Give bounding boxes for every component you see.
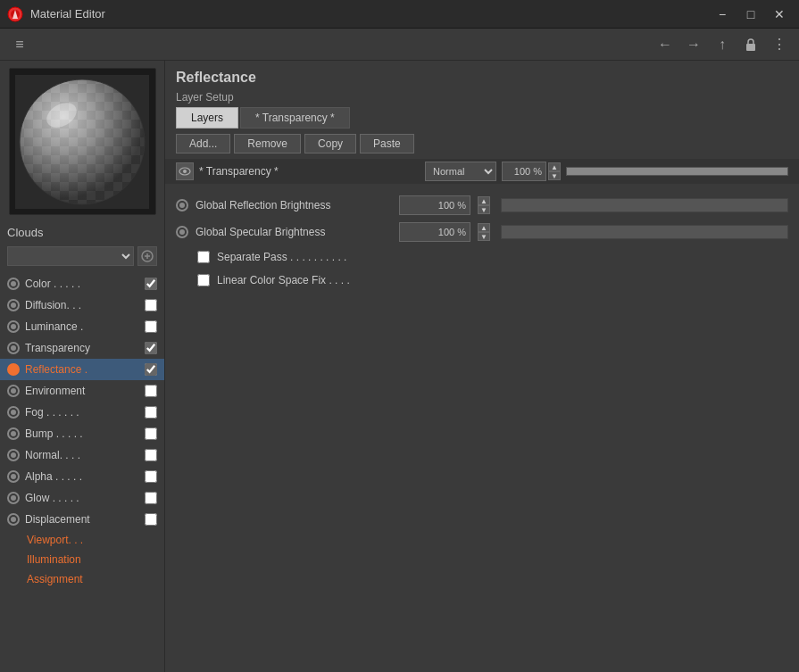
channel-label-transparency: Transparency (25, 342, 139, 354)
channel-radio-fog (7, 406, 20, 419)
channel-item-bump[interactable]: Bump . . . . . (0, 423, 164, 444)
channel-checkbox-glow[interactable] (145, 492, 157, 504)
layer-name-label: * Transparency * (199, 165, 420, 178)
options-button[interactable]: ⋮ (767, 32, 792, 57)
label-linear-color-space: Linear Color Space Fix . . . . (217, 274, 350, 286)
channel-label-diffusion: Diffusion. . . (25, 299, 139, 311)
section-title: Reflectance (165, 61, 799, 91)
channel-checkbox-displacement[interactable] (145, 513, 157, 526)
viewport-link[interactable]: Viewport. . . (0, 530, 164, 550)
left-panel: Clouds Color . . . . . (0, 61, 165, 672)
channel-item-displacement[interactable]: Displacement (0, 509, 164, 530)
minimize-button[interactable]: − (710, 4, 735, 24)
toolbar: ≡ ← → ↑ ⋮ (0, 29, 799, 61)
tab-transparency[interactable]: * Transparency * (240, 107, 350, 129)
menu-button[interactable]: ≡ (7, 32, 32, 57)
channel-item-normal[interactable]: Normal. . . . (0, 444, 164, 466)
property-row-global-specular: Global Specular Brightness ▲ ▼ (176, 220, 788, 245)
remove-button[interactable]: Remove (234, 134, 301, 153)
channel-checkbox-transparency[interactable] (145, 342, 157, 354)
lock-button[interactable] (738, 32, 763, 57)
main-layout: Clouds Color . . . . . (0, 61, 799, 672)
checkbox-linear-color-space[interactable] (197, 274, 210, 286)
forward-button[interactable]: → (681, 32, 706, 57)
properties-area: Global Reflection Brightness ▲ ▼ Global … (165, 186, 799, 300)
channel-item-reflectance[interactable]: Reflectance . (0, 359, 164, 380)
channel-checkbox-normal[interactable] (145, 449, 157, 461)
sphere-svg (15, 75, 149, 209)
clouds-label: Clouds (0, 222, 164, 243)
global-reflection-spin-up[interactable]: ▲ (478, 196, 490, 205)
tab-layers[interactable]: Layers (176, 107, 238, 129)
channel-checkbox-environment[interactable] (145, 385, 157, 397)
channel-item-environment[interactable]: Environment (0, 380, 164, 402)
channel-list: Color . . . . . Diffusion. . . Luminance… (0, 270, 164, 672)
channel-checkbox-diffusion[interactable] (145, 299, 157, 311)
toolbar-right: ← → ↑ ⋮ (653, 32, 792, 57)
layer-visibility-button[interactable] (176, 162, 194, 180)
channel-checkbox-alpha[interactable] (145, 470, 157, 483)
up-button[interactable]: ↑ (710, 32, 735, 57)
property-label-global-reflection: Global Reflection Brightness (196, 199, 392, 212)
back-button[interactable]: ← (653, 32, 678, 57)
channel-checkbox-bump[interactable] (145, 427, 157, 440)
channel-checkbox-color[interactable] (145, 278, 157, 290)
channel-item-glow[interactable]: Glow . . . . . (0, 487, 164, 509)
action-button-row: Add... Remove Copy Paste (165, 134, 799, 159)
global-specular-spin-up[interactable]: ▲ (478, 223, 490, 232)
checkbox-separate-pass[interactable] (197, 251, 210, 263)
material-preview (9, 68, 156, 215)
illumination-link[interactable]: Illumination (0, 550, 164, 569)
checkbox-row-separate-pass: Separate Pass . . . . . . . . . . (176, 246, 788, 268)
app-icon (7, 6, 23, 22)
channel-item-fog[interactable]: Fog . . . . . . (0, 402, 164, 423)
copy-button[interactable]: Copy (304, 134, 356, 153)
channel-label-luminance: Luminance . (25, 320, 139, 333)
layer-opacity-input[interactable] (502, 162, 546, 181)
svg-point-18 (183, 170, 187, 173)
maximize-button[interactable]: □ (738, 4, 763, 24)
add-button[interactable]: Add... (176, 134, 230, 153)
channel-item-alpha[interactable]: Alpha . . . . . (0, 466, 164, 487)
channel-checkbox-luminance[interactable] (145, 320, 157, 333)
paste-button[interactable]: Paste (360, 134, 414, 153)
channel-item-transparency[interactable]: Transparency (0, 337, 164, 359)
channel-item-diffusion[interactable]: Diffusion. . . (0, 295, 164, 316)
material-select[interactable] (7, 246, 134, 266)
channel-label-glow: Glow . . . . . (25, 492, 139, 504)
property-input-global-specular[interactable] (399, 222, 470, 242)
property-input-global-reflection[interactable] (399, 195, 470, 215)
window-title: Material Editor (30, 7, 105, 21)
channel-item-color[interactable]: Color . . . . . (0, 273, 164, 295)
channel-checkbox-fog[interactable] (145, 406, 157, 419)
material-dropdown-row (0, 243, 164, 270)
channel-radio-bump (7, 427, 20, 440)
global-reflection-spin-down[interactable]: ▼ (478, 205, 490, 214)
channel-checkbox-reflectance[interactable] (145, 363, 157, 376)
channel-label-bump: Bump . . . . . (25, 427, 139, 440)
assignment-link[interactable]: Assignment (0, 569, 164, 589)
global-specular-spin-down[interactable]: ▼ (478, 232, 490, 241)
window-controls: − □ ✕ (710, 4, 792, 24)
channel-label-displacement: Displacement (25, 513, 139, 526)
close-button[interactable]: ✕ (767, 4, 792, 24)
channel-item-luminance[interactable]: Luminance . (0, 316, 164, 337)
title-bar-left: Material Editor (7, 6, 105, 22)
channel-radio-glow (7, 492, 20, 504)
opacity-spin-down[interactable]: ▼ (548, 171, 561, 180)
property-spin-global-reflection: ▲ ▼ (478, 196, 490, 214)
material-options-button[interactable] (137, 246, 157, 266)
property-color-bar-global-specular (501, 225, 788, 239)
layer-opacity-spin: ▲ ▼ (548, 162, 561, 180)
property-radio-global-specular[interactable] (176, 226, 188, 238)
channel-label-normal: Normal. . . . (25, 449, 139, 461)
layer-blend-mode-select[interactable]: Normal Multiply Screen Add (425, 162, 496, 181)
toolbar-left: ≡ (7, 32, 32, 57)
property-radio-global-reflection[interactable] (176, 199, 188, 212)
layer-opacity-control: ▲ ▼ (502, 162, 561, 181)
channel-radio-environment (7, 385, 20, 397)
lock-icon (744, 37, 758, 52)
arrow-icon (141, 250, 154, 262)
property-row-global-reflection: Global Reflection Brightness ▲ ▼ (176, 193, 788, 218)
opacity-spin-up[interactable]: ▲ (548, 162, 561, 171)
